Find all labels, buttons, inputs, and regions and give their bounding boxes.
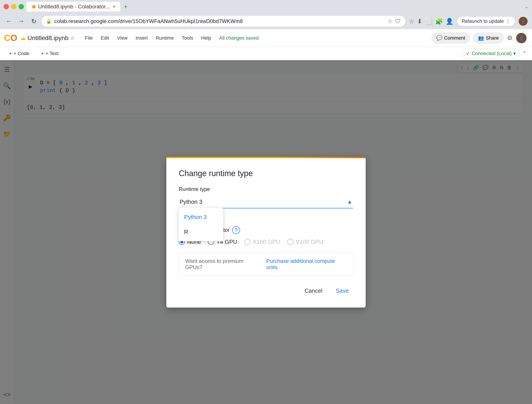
- radio-v100gpu-circle: [287, 239, 293, 245]
- extension-icon[interactable]: 🛡: [395, 18, 401, 25]
- profile-icon[interactable]: 👤: [446, 18, 453, 25]
- profile-avatar[interactable]: 👤: [516, 33, 527, 43]
- reload-button[interactable]: ↻: [29, 17, 38, 26]
- purchase-compute-link[interactable]: Purchase additional compute units: [266, 258, 347, 270]
- colab-menu: File Edit View Insert Runtime Tools Help…: [81, 33, 262, 43]
- check-icon: ✓: [466, 51, 470, 57]
- file-title-area: ☁ Untitled8.ipynb ☆: [20, 35, 75, 42]
- address-bar[interactable]: 🔒 colab.research.google.com/drive/15ObYW…: [42, 16, 405, 26]
- share-label: Share: [486, 35, 499, 41]
- address-actions: ☆ 🛡: [387, 18, 401, 25]
- settings-icon[interactable]: ⚙: [507, 34, 513, 42]
- bookmark-star-icon[interactable]: ☆: [409, 18, 414, 25]
- close-window-button[interactable]: [4, 4, 9, 9]
- dropdown-item-python3[interactable]: Python 3: [179, 210, 223, 225]
- minimize-window-button[interactable]: [11, 4, 16, 9]
- relaunch-more-icon[interactable]: ⋮: [506, 18, 511, 24]
- add-code-button[interactable]: + + Code: [5, 49, 33, 58]
- tab-favicon: 🟠: [31, 4, 36, 9]
- user-profile-avatar[interactable]: 👤: [519, 17, 528, 26]
- premium-banner: Want access to premium GPUs? Purchase ad…: [179, 252, 353, 276]
- runtime-type-section: Runtime type Python 3 ▲ Python 3 R: [179, 186, 353, 208]
- tab-title: Untitled8.ipynb - Colaborator...: [38, 4, 110, 10]
- radio-v100gpu[interactable]: V100 GPU: [287, 239, 323, 245]
- save-status: All changes saved: [215, 33, 262, 43]
- download-icon[interactable]: ⬇: [417, 18, 422, 25]
- selected-runtime-value: Python 3: [180, 198, 202, 205]
- tab-bar: 🟠 Untitled8.ipynb - Colaborator... ✕ + ⌄: [26, 2, 528, 12]
- maximize-window-button[interactable]: [19, 4, 24, 9]
- colab-app: CO ☁ Untitled8.ipynb ☆ File Edit View In…: [0, 29, 532, 404]
- radio-v100gpu-label: V100 GPU: [296, 239, 323, 245]
- connected-badge[interactable]: ✓ Connected (Local) ▾: [462, 49, 519, 58]
- menu-edit[interactable]: Edit: [97, 33, 113, 43]
- colab-logo[interactable]: CO: [5, 33, 16, 43]
- menu-runtime[interactable]: Runtime: [152, 33, 177, 43]
- colab-toolbar: + + Code + + Text ✓ Connected (Local) ▾ …: [0, 47, 532, 60]
- premium-text: Want access to premium GPUs?: [185, 258, 261, 270]
- menu-tools[interactable]: Tools: [178, 33, 197, 43]
- cancel-button[interactable]: Cancel: [300, 285, 327, 297]
- colab-content: ☰ 🔍 {x} 🔑 📁 <> ↑ ↓ 🔗 💬 ⚙ ⧉ 🗑 ⋮: [0, 60, 532, 404]
- header-right: 💬 Comment 👥 Share ⚙ 👤: [432, 33, 527, 43]
- active-tab[interactable]: 🟠 Untitled8.ipynb - Colaborator... ✕: [26, 2, 120, 12]
- title-bar: 🟠 Untitled8.ipynb - Colaborator... ✕ + ⌄: [0, 0, 532, 13]
- add-text-button[interactable]: + + Text: [37, 49, 62, 58]
- tab-close-button[interactable]: ✕: [112, 4, 116, 9]
- select-display[interactable]: Python 3 ▲: [179, 196, 353, 208]
- radio-a100gpu[interactable]: A100 GPU: [244, 239, 280, 245]
- select-arrow-icon: ▲: [347, 199, 352, 205]
- plus-icon: +: [9, 51, 12, 57]
- question-mark: ?: [235, 227, 237, 233]
- dropdown-arrow-icon: ▾: [513, 51, 516, 57]
- tab-view-icon[interactable]: ⬜: [425, 18, 433, 25]
- share-button[interactable]: 👥 Share: [473, 33, 503, 43]
- comment-icon: 💬: [436, 35, 442, 41]
- toolbar-right: ✓ Connected (Local) ▾ ⌃: [462, 49, 527, 58]
- dialog-body: Change runtime type Runtime type Python …: [166, 158, 366, 308]
- connected-label: Connected (Local): [472, 51, 512, 57]
- radio-a100gpu-label: A100 GPU: [253, 239, 280, 245]
- relaunch-label: Relaunch to update: [461, 18, 504, 24]
- browser-actions: ☆ ⬇ ⬜ 🧩 👤: [409, 18, 453, 25]
- comment-label: Comment: [444, 35, 465, 41]
- menu-view[interactable]: View: [114, 33, 131, 43]
- comment-button[interactable]: 💬 Comment: [432, 33, 470, 43]
- radio-a100gpu-circle: [244, 239, 251, 245]
- save-button[interactable]: Save: [331, 285, 353, 297]
- address-bar-row: ← → ↻ 🔒 colab.research.google.com/drive/…: [0, 13, 532, 29]
- menu-insert[interactable]: Insert: [132, 33, 151, 43]
- back-button[interactable]: ←: [4, 17, 13, 26]
- file-name: Untitled8.ipynb: [27, 35, 68, 42]
- runtime-dropdown-menu: Python 3 R: [179, 208, 223, 241]
- menu-file[interactable]: File: [81, 33, 96, 43]
- runtime-type-select[interactable]: Python 3 ▲ Python 3 R: [179, 196, 353, 208]
- share-icon: 👥: [478, 35, 484, 41]
- dropdown-item-r[interactable]: R: [179, 225, 223, 239]
- dialog-actions: Cancel Save: [179, 285, 353, 297]
- tab-right-icon: ⌄: [525, 4, 528, 9]
- add-code-label: + Code: [13, 51, 29, 57]
- traffic-lights: [4, 4, 24, 9]
- add-text-label: + Text: [45, 51, 58, 57]
- lock-icon: 🔒: [46, 19, 52, 24]
- dialog-title: Change runtime type: [179, 169, 353, 178]
- help-icon[interactable]: ?: [232, 226, 240, 234]
- menu-help[interactable]: Help: [198, 33, 215, 43]
- puzzle-icon[interactable]: 🧩: [435, 18, 443, 25]
- google-drive-icon: ☁: [20, 35, 26, 41]
- runtime-type-label: Runtime type: [179, 186, 353, 192]
- change-runtime-dialog: Change runtime type Runtime type Python …: [166, 157, 366, 308]
- colab-header: CO ☁ Untitled8.ipynb ☆ File Edit View In…: [0, 29, 532, 47]
- bookmark-icon[interactable]: ☆: [387, 18, 392, 25]
- favorite-icon[interactable]: ☆: [70, 35, 75, 41]
- forward-button[interactable]: →: [17, 17, 26, 26]
- dialog-overlay: Change runtime type Runtime type Python …: [0, 60, 532, 404]
- collapse-button[interactable]: ⌃: [522, 50, 527, 57]
- relaunch-button[interactable]: Relaunch to update ⋮: [457, 16, 515, 26]
- new-tab-button[interactable]: +: [122, 2, 129, 11]
- plus-icon-2: +: [41, 51, 44, 57]
- address-text: colab.research.google.com/drive/15ObYWFa…: [54, 18, 385, 24]
